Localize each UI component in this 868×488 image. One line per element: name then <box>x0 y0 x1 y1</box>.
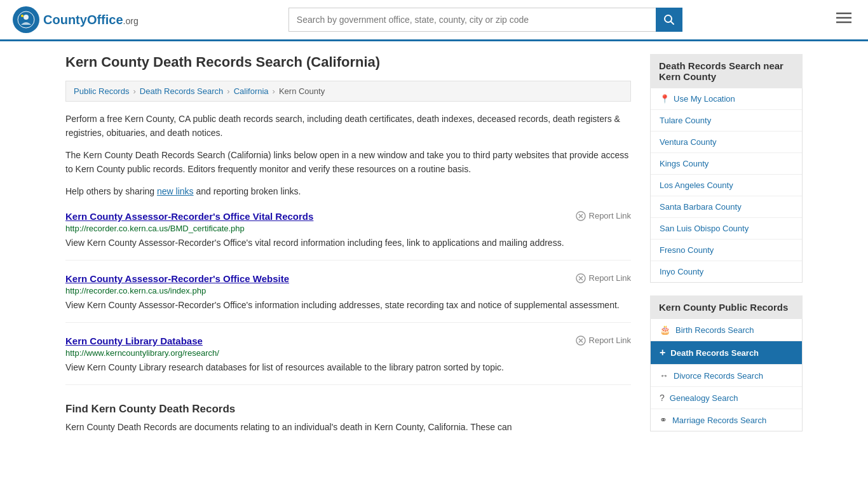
result-url-3: http://www.kerncountylibrary.org/researc… <box>65 348 631 358</box>
content-area: Kern County Death Records Search (Califo… <box>65 54 631 444</box>
report-icon-2 <box>576 273 586 283</box>
location-pin-icon: 📍 <box>660 94 670 104</box>
nearby-header: Death Records Search near Kern County <box>650 54 803 88</box>
sidebar-item-divorce-records[interactable]: ↔ Divorce Records Search <box>651 365 802 387</box>
sidebar-item-tulare[interactable]: Tulare County <box>651 110 802 132</box>
result-desc-3: View Kern County Library research databa… <box>65 361 631 374</box>
breadcrumb-sep-3: › <box>273 86 275 96</box>
page-title: Kern County Death Records Search (Califo… <box>65 54 631 71</box>
report-link-3[interactable]: Report Link <box>576 336 631 346</box>
marriage-records-icon: ⚭ <box>660 415 667 425</box>
sidebar-item-los-angeles[interactable]: Los Angeles County <box>651 175 802 196</box>
search-input[interactable] <box>288 8 656 32</box>
intro-paragraph-3: Help others by sharing new links and rep… <box>65 184 631 198</box>
logo-text: CountyOffice.org <box>43 13 139 27</box>
svg-line-4 <box>670 22 674 25</box>
logo-icon <box>13 6 39 33</box>
report-icon-1 <box>576 211 586 221</box>
result-title-3[interactable]: Kern County Library Database <box>65 336 203 346</box>
nearby-list: 📍 Use My Location Tulare County Ventura … <box>650 88 803 283</box>
sidebar-item-death-records[interactable]: + Death Records Search <box>651 341 802 365</box>
logo-area[interactable]: CountyOffice.org <box>13 6 139 33</box>
find-section: Find Kern County Death Records Kern Coun… <box>65 403 631 434</box>
find-section-text: Kern County Death Records are documents … <box>65 421 631 434</box>
breadcrumb-california[interactable]: California <box>234 86 269 96</box>
sidebar-item-marriage-records[interactable]: ⚭ Marriage Records Search <box>651 409 802 431</box>
intro-paragraph-1: Perform a free Kern County, CA public de… <box>65 112 631 140</box>
nearby-section: Death Records Search near Kern County 📍 … <box>650 54 803 283</box>
sidebar-item-genealogy[interactable]: ? Genealogy Search <box>651 387 802 409</box>
new-links-link[interactable]: new links <box>157 186 194 196</box>
sidebar-item-santa-barbara[interactable]: Santa Barbara County <box>651 196 802 218</box>
search-area <box>288 8 682 32</box>
sidebar-item-kings[interactable]: Kings County <box>651 153 802 175</box>
sidebar-item-fresno[interactable]: Fresno County <box>651 240 802 261</box>
result-url-1: http://recorder.co.kern.ca.us/BMD_certif… <box>65 224 631 233</box>
sidebar-item-ventura[interactable]: Ventura County <box>651 132 802 153</box>
svg-point-2 <box>21 15 24 17</box>
result-desc-2: View Kern County Assessor-Recorder's Off… <box>65 299 631 312</box>
result-item-3: Kern County Library Database Report Link… <box>65 336 631 385</box>
sidebar-item-inyo[interactable]: Inyo County <box>651 261 802 282</box>
report-link-1[interactable]: Report Link <box>576 211 631 221</box>
hamburger-menu-icon[interactable] <box>832 8 855 32</box>
report-link-2[interactable]: Report Link <box>576 273 631 283</box>
search-button[interactable] <box>656 8 682 32</box>
public-records-list: 🎂 Birth Records Search + Death Records S… <box>650 319 803 431</box>
breadcrumb-sep-1: › <box>133 86 135 96</box>
breadcrumb: Public Records › Death Records Search › … <box>65 81 631 102</box>
breadcrumb-kern-county: Kern County <box>279 86 325 96</box>
genealogy-icon: ? <box>660 393 665 403</box>
svg-point-1 <box>24 15 29 20</box>
result-title-1[interactable]: Kern County Assessor-Recorder's Office V… <box>65 211 313 222</box>
result-title-2[interactable]: Kern County Assessor-Recorder's Office W… <box>65 273 289 284</box>
header: CountyOffice.org <box>0 0 868 41</box>
public-records-header: Kern County Public Records <box>650 295 803 319</box>
breadcrumb-sep-2: › <box>227 86 229 96</box>
result-desc-1: View Kern County Assessor-Recorder's Off… <box>65 236 631 250</box>
sidebar-item-san-luis-obispo[interactable]: San Luis Obispo County <box>651 218 802 240</box>
report-icon-3 <box>576 336 586 346</box>
birth-records-icon: 🎂 <box>660 325 670 335</box>
breadcrumb-public-records[interactable]: Public Records <box>74 86 129 96</box>
divorce-records-icon: ↔ <box>660 370 668 381</box>
find-section-title: Find Kern County Death Records <box>65 403 631 416</box>
death-records-icon: + <box>660 347 665 358</box>
sidebar: Death Records Search near Kern County 📍 … <box>650 54 803 444</box>
main-container: Kern County Death Records Search (Califo… <box>53 41 815 457</box>
result-url-2: http://recorder.co.kern.ca.us/index.php <box>65 286 631 295</box>
sidebar-item-birth-records[interactable]: 🎂 Birth Records Search <box>651 319 802 341</box>
breadcrumb-death-records[interactable]: Death Records Search <box>140 86 224 96</box>
public-records-section: Kern County Public Records 🎂 Birth Recor… <box>650 295 803 431</box>
intro-paragraph-2: The Kern County Death Records Search (Ca… <box>65 148 631 177</box>
use-my-location[interactable]: 📍 Use My Location <box>651 88 802 110</box>
search-icon <box>663 14 675 25</box>
result-item-1: Kern County Assessor-Recorder's Office V… <box>65 211 631 261</box>
result-item-2: Kern County Assessor-Recorder's Office W… <box>65 273 631 323</box>
